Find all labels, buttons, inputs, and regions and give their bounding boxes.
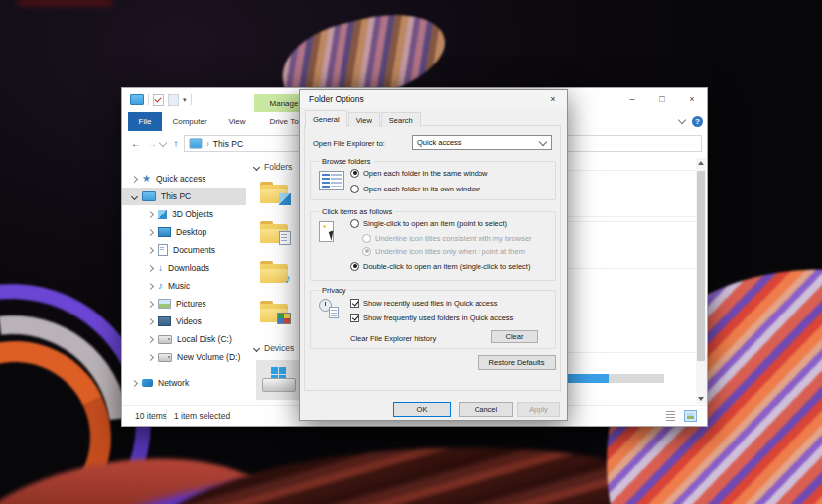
sidebar-item-pictures[interactable]: Pictures bbox=[122, 295, 246, 313]
devices-section-header[interactable]: Devices bbox=[254, 343, 294, 353]
checkbox-checked[interactable] bbox=[350, 314, 359, 322]
folder-tile-3d-objects[interactable] bbox=[260, 182, 288, 203]
quick-access-toolbar: ▾ bbox=[130, 93, 192, 106]
tab-general[interactable]: General bbox=[305, 110, 347, 127]
help-icon[interactable]: ? bbox=[692, 116, 703, 127]
vertical-scrollbar[interactable] bbox=[696, 158, 706, 404]
option-same-window[interactable]: Open each folder in the same window bbox=[350, 168, 488, 178]
chevron-right-icon[interactable] bbox=[147, 282, 154, 289]
sidebar-item-this-pc[interactable]: This PC bbox=[122, 188, 246, 205]
sidebar-item-desktop[interactable]: Desktop bbox=[122, 223, 246, 241]
up-button[interactable]: ↑ bbox=[168, 131, 184, 156]
videos-icon bbox=[158, 316, 171, 326]
chevron-right-icon[interactable] bbox=[147, 228, 154, 235]
tab-computer[interactable]: Computer bbox=[162, 112, 217, 131]
sidebar-item-documents[interactable]: Documents bbox=[122, 241, 246, 259]
ok-button[interactable]: OK bbox=[393, 402, 451, 417]
sidebar-item-music[interactable]: ♪ Music bbox=[122, 277, 246, 295]
search-input[interactable] bbox=[559, 135, 702, 152]
dialog-close-button[interactable]: × bbox=[545, 92, 561, 106]
chevron-right-icon[interactable] bbox=[147, 246, 154, 253]
recent-locations-icon[interactable] bbox=[158, 131, 168, 156]
folder-tile-pictures[interactable] bbox=[260, 301, 288, 322]
chevron-down-icon[interactable] bbox=[253, 163, 260, 170]
scrollbar-thumb[interactable] bbox=[697, 171, 705, 361]
folder-tile-documents[interactable] bbox=[260, 221, 288, 243]
minimize-ribbon-icon[interactable] bbox=[678, 116, 686, 124]
sidebar-item-videos[interactable]: Videos bbox=[122, 313, 246, 330]
details-view-toggle-icon[interactable] bbox=[664, 410, 677, 422]
qat-caret-icon[interactable]: ▾ bbox=[183, 96, 187, 103]
open-to-dropdown[interactable]: Quick access bbox=[412, 135, 552, 150]
radio-unselected[interactable] bbox=[350, 185, 359, 193]
option-label: Open each folder in the same window bbox=[363, 169, 488, 178]
back-button[interactable]: ← bbox=[128, 131, 144, 156]
group-legend: Click items as follows bbox=[319, 207, 395, 216]
scroll-down-icon[interactable] bbox=[696, 394, 706, 404]
radio-selected[interactable] bbox=[350, 169, 359, 178]
minimize-button[interactable]: – bbox=[617, 88, 647, 110]
dialog-title-bar[interactable]: Folder Options × bbox=[300, 90, 567, 108]
chevron-right-icon[interactable] bbox=[147, 353, 154, 360]
restore-defaults-button[interactable]: Restore Defaults bbox=[478, 355, 556, 370]
option-single-click[interactable]: Single-click to open an item (point to s… bbox=[350, 218, 507, 228]
option-own-window[interactable]: Open each folder in its own window bbox=[350, 184, 480, 193]
sidebar-item-new-volume-d[interactable]: New Volume (D:) bbox=[122, 348, 246, 366]
local-disk-tile[interactable] bbox=[256, 360, 302, 400]
checkbox-checked[interactable] bbox=[350, 299, 359, 308]
tab-file[interactable]: File bbox=[128, 112, 162, 131]
thumbnail-view-toggle-icon[interactable] bbox=[684, 410, 697, 422]
sidebar-item-network[interactable]: Network bbox=[122, 374, 246, 392]
hard-drive-icon bbox=[158, 353, 172, 362]
tab-search[interactable]: Search bbox=[381, 112, 421, 127]
sidebar-item-label: Downloads bbox=[168, 263, 209, 273]
chevron-right-icon[interactable] bbox=[131, 379, 138, 386]
apply-button: Apply bbox=[517, 402, 560, 417]
music-note-badge-icon: ♪ bbox=[285, 273, 292, 285]
sidebar-item-3d-objects[interactable]: 3D Objects bbox=[122, 205, 246, 223]
wallpaper-bottom-bands bbox=[135, 429, 719, 504]
close-button[interactable]: × bbox=[677, 88, 707, 110]
sidebar-item-local-disk-c[interactable]: Local Disk (C:) bbox=[122, 330, 246, 348]
chevron-down-icon[interactable] bbox=[253, 344, 260, 351]
cancel-button[interactable]: Cancel bbox=[459, 402, 513, 417]
chevron-right-icon[interactable] bbox=[131, 175, 138, 182]
this-pc-icon bbox=[190, 139, 203, 149]
chevron-right-icon[interactable] bbox=[147, 210, 154, 217]
sidebar-item-quick-access[interactable]: ★ Quick access bbox=[122, 170, 246, 188]
tab-view[interactable]: View bbox=[217, 112, 257, 131]
chevron-right-icon[interactable] bbox=[147, 300, 154, 307]
maximize-button[interactable]: □ bbox=[647, 88, 677, 110]
radio-selected[interactable] bbox=[350, 262, 359, 271]
clear-button[interactable]: Clear bbox=[491, 330, 538, 343]
option-double-click[interactable]: Double-click to open an item (single-cli… bbox=[350, 261, 530, 271]
radio-unselected[interactable] bbox=[350, 219, 359, 228]
3d-objects-icon bbox=[158, 210, 167, 219]
option-frequent-folders[interactable]: Show frequently used folders in Quick ac… bbox=[350, 313, 513, 322]
wallpaper-red-streak bbox=[18, 0, 112, 6]
chevron-right-icon[interactable] bbox=[147, 335, 154, 342]
open-to-label: Open File Explorer to: bbox=[313, 139, 385, 148]
option-underline-browser: Underline icon titles consistent with my… bbox=[362, 233, 532, 243]
sidebar-item-label: 3D Objects bbox=[172, 209, 213, 219]
properties-icon[interactable] bbox=[153, 94, 164, 106]
chevron-right-icon[interactable] bbox=[147, 317, 154, 324]
folders-section-header[interactable]: Folders bbox=[254, 162, 292, 172]
file-tile-outline bbox=[567, 221, 698, 269]
breadcrumb-location[interactable]: This PC bbox=[213, 139, 243, 149]
option-recent-files[interactable]: Show recently used files in Quick access bbox=[350, 298, 497, 308]
section-header-label: Devices bbox=[264, 343, 294, 353]
scroll-up-icon[interactable] bbox=[696, 158, 706, 168]
chevron-down-icon[interactable] bbox=[131, 192, 138, 199]
sidebar-item-downloads[interactable]: ↓ Downloads bbox=[122, 259, 246, 277]
new-folder-icon[interactable] bbox=[168, 94, 179, 106]
tab-view[interactable]: View bbox=[348, 112, 380, 127]
navigation-pane: ★ Quick access This PC 3D Objects Deskto bbox=[122, 156, 246, 406]
pictures-icon bbox=[158, 299, 171, 309]
option-label: Underline icon titles consistent with my… bbox=[375, 234, 532, 243]
chevron-right-icon[interactable] bbox=[147, 264, 154, 271]
folder-tile-music[interactable]: ♪ bbox=[260, 261, 288, 283]
dropdown-value: Quick access bbox=[417, 138, 462, 147]
this-pc-icon[interactable] bbox=[130, 94, 144, 105]
breadcrumb-separator: › bbox=[206, 139, 209, 149]
